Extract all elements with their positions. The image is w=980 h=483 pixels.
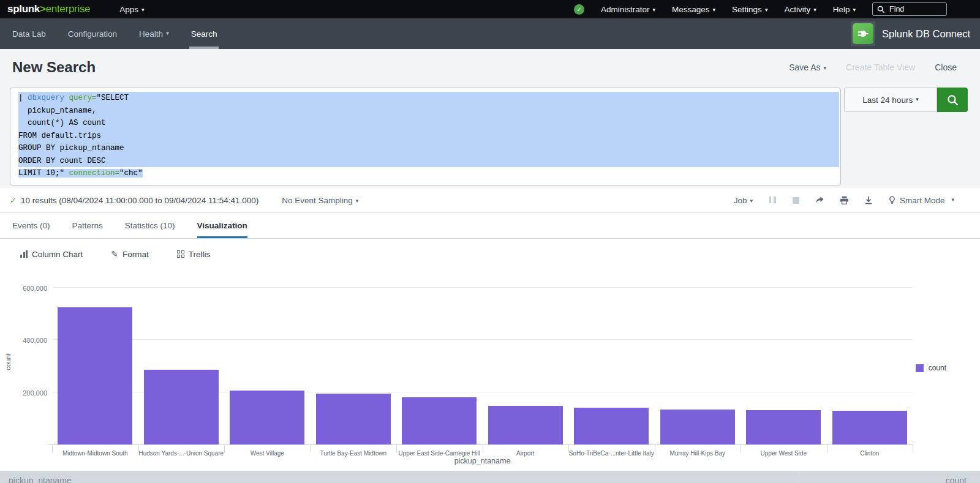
bar-Upper West Side[interactable] (746, 410, 821, 444)
pencil-icon: ✎ (111, 249, 118, 259)
query-line: pickup_ntaname, (18, 105, 839, 118)
bar-Hudson Yards-...-Union Square[interactable] (144, 370, 219, 444)
bar-Airport[interactable] (488, 406, 563, 444)
chevron-down-icon: ▾ (356, 198, 359, 204)
pause-icon[interactable] (768, 196, 777, 205)
job-menu[interactable]: Job▾ (734, 196, 753, 205)
tab-patterns[interactable]: Patterns (72, 213, 103, 238)
search-icon (877, 6, 884, 13)
nav-item-search[interactable]: Search (191, 18, 217, 49)
bars-container (52, 279, 913, 444)
legend-swatch (916, 364, 924, 372)
chevron-down-icon: ▾ (824, 65, 827, 71)
chevron-down-icon: ▾ (653, 7, 656, 13)
bar-slot (224, 279, 311, 444)
nav-item-health[interactable]: Health▾ (139, 18, 169, 49)
x-axis-category-label: Airport (483, 447, 569, 457)
x-axis-tick (913, 444, 913, 452)
time-range-picker[interactable]: Last 24 hours▾ (844, 88, 937, 112)
active-nav-indicator (189, 47, 219, 49)
format-button[interactable]: ✎ Format (111, 249, 149, 259)
menu-administrator[interactable]: Administrator▾ (601, 5, 655, 14)
active-tab-indicator (197, 236, 247, 238)
success-check-icon: ✓ (10, 196, 17, 205)
bar-Upper East Side-Carnegie Hill[interactable] (402, 397, 477, 444)
bar-slot (655, 279, 741, 444)
chevron-down-icon: ▾ (916, 96, 919, 102)
health-status-icon[interactable]: ✓ (574, 4, 584, 15)
query-line: LIMIT 10;" connection="chc" (18, 167, 839, 180)
search-area: | dbxquery query="SELECT pickup_ntaname,… (0, 86, 980, 188)
query-line: | dbxquery query="SELECT (18, 92, 839, 105)
menu-help[interactable]: Help▾ (833, 5, 856, 14)
bar-Murray Hill-Kips Bay[interactable] (660, 410, 735, 444)
nav-item-configuration[interactable]: Configuration (68, 18, 117, 49)
app-identity[interactable]: Splunk DB Connect (851, 21, 970, 46)
find-input[interactable] (888, 4, 937, 14)
app-name: Splunk DB Connect (882, 28, 970, 40)
export-download-icon[interactable] (864, 196, 873, 204)
search-mode-selector[interactable]: Smart Mode▾ (888, 196, 954, 205)
bar-slot (138, 279, 225, 444)
column-header-pickup-ntaname[interactable]: pickup_ntaname (0, 472, 799, 483)
plot-area: 200,000400,000600,000 (52, 279, 913, 444)
x-axis-category-label: Midtown-Midtown South (52, 447, 138, 457)
column-chart-icon (20, 250, 28, 258)
bar-slot (311, 279, 397, 444)
result-tabs: Events (0) Patterns Statistics (10) Visu… (0, 213, 980, 239)
x-axis-category-label: Hudson Yards-...-Union Square (138, 447, 225, 457)
chevron-down-icon: ▾ (141, 7, 145, 13)
db-connect-plug-icon (853, 23, 873, 44)
x-axis-labels: Midtown-Midtown SouthHudson Yards-...-Un… (52, 447, 913, 457)
chevron-down-icon: ▾ (750, 198, 753, 204)
search-query-input[interactable]: | dbxquery query="SELECT pickup_ntaname,… (10, 88, 841, 185)
menu-messages[interactable]: Messages▾ (672, 5, 715, 14)
tab-statistics[interactable]: Statistics (10) (125, 213, 175, 238)
bar-Turtle Bay-East Midtown[interactable] (316, 394, 391, 444)
find-search-box[interactable] (872, 2, 947, 16)
y-axis-tick-label: 400,000 (0, 337, 47, 344)
bar-SoHo-TriBeCa-...nter-Little Italy[interactable] (574, 408, 649, 444)
results-summary: 10 results (08/04/2024 11:00:00.000 to 0… (21, 196, 258, 205)
stop-icon[interactable] (793, 197, 799, 204)
splunk-logo[interactable]: splunk>enterprise (7, 3, 90, 15)
x-axis-category-label: SoHo-TriBeCa-...nter-Little Italy (568, 447, 655, 457)
tab-visualization[interactable]: Visualization (197, 213, 247, 238)
header-actions: Save As▾ Create Table View Close (789, 62, 980, 72)
menu-activity[interactable]: Activity▾ (784, 5, 816, 14)
lightbulb-icon (888, 196, 896, 204)
logo-product: enterprise (46, 3, 91, 15)
chart-legend[interactable]: count (916, 364, 946, 372)
logo-brand: splunk (7, 3, 40, 15)
app-nav: Data Lab Configuration Health▾ Search (12, 18, 217, 49)
apps-menu[interactable]: Apps▾ (119, 5, 144, 14)
close-button[interactable]: Close (935, 62, 957, 72)
column-header-count[interactable]: count (799, 472, 980, 483)
x-axis-title: pickup_ntaname (52, 457, 913, 465)
chevron-down-icon: ▾ (951, 197, 954, 203)
tab-events[interactable]: Events (0) (12, 213, 50, 238)
trellis-button[interactable]: Trellis (177, 250, 211, 259)
print-icon[interactable] (840, 196, 849, 204)
nav-item-data-lab[interactable]: Data Lab (12, 18, 46, 49)
event-sampling-dropdown[interactable]: No Event Sampling▾ (282, 196, 358, 205)
column-chart: count 200,000400,000600,000 Midtown-Midt… (0, 269, 980, 471)
bar-slot (52, 279, 138, 444)
x-axis-line (48, 444, 913, 445)
share-icon[interactable] (815, 196, 824, 204)
y-axis-tick-label: 200,000 (0, 389, 47, 397)
save-as-button[interactable]: Save As▾ (789, 62, 826, 72)
bar-Midtown-Midtown South[interactable] (58, 307, 132, 444)
x-axis-category-label: Turtle Bay-East Midtown (311, 447, 397, 457)
run-search-button[interactable] (937, 88, 968, 112)
y-axis-title: count (4, 353, 12, 370)
bar-Clinton[interactable] (832, 411, 907, 444)
x-axis-category-label: Murray Hill-Kips Bay (655, 447, 741, 457)
bar-slot (827, 279, 913, 444)
x-axis-category-label: West Village (224, 447, 311, 457)
query-line: ORDER BY count DESC (18, 155, 839, 168)
menu-settings[interactable]: Settings▾ (732, 5, 767, 14)
x-axis-category-label: Upper West Side (741, 447, 827, 457)
chart-type-picker[interactable]: Column Chart (20, 250, 83, 259)
bar-West Village[interactable] (230, 391, 304, 444)
